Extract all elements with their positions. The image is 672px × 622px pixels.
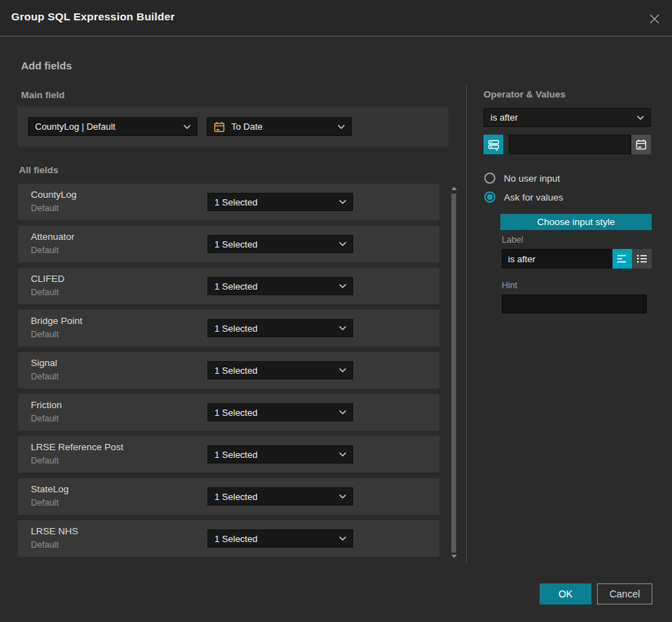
selected-count: 1 Selected — [214, 239, 335, 250]
field-subtype: Default — [31, 372, 59, 381]
hint-input[interactable] — [502, 295, 647, 313]
field-subtype: Default — [31, 330, 59, 339]
bullet-list-icon — [636, 254, 647, 264]
selected-count: 1 Selected — [214, 492, 335, 502]
date-value-input[interactable] — [509, 135, 631, 154]
field-name: LRSE Reference Post — [31, 442, 123, 452]
main-field-heading: Main field — [21, 90, 64, 100]
selected-count: 1 Selected — [214, 449, 335, 460]
add-fields-heading: Add fields — [21, 60, 72, 72]
main-field-select-value: CountyLog | Default — [35, 121, 179, 132]
field-name: CountyLog — [31, 189, 76, 200]
dialog-title: Group SQL Expression Builder — [11, 11, 175, 23]
unique-values-button[interactable] — [484, 135, 503, 154]
field-selected-dropdown[interactable]: 1 Selected — [207, 487, 353, 506]
align-left-icon — [617, 254, 628, 264]
chevron-down-icon — [637, 116, 644, 120]
field-row-clifed: CLIFED Default 1 Selected — [18, 268, 439, 304]
label-caption: Label — [502, 235, 523, 245]
field-selected-dropdown[interactable]: 1 Selected — [207, 403, 353, 421]
field-subtype: Default — [31, 414, 59, 424]
field-subtype: Default — [31, 288, 59, 297]
field-name: Friction — [31, 400, 62, 410]
field-name: Attenuator — [31, 231, 74, 242]
field-selected-dropdown[interactable]: 1 Selected — [207, 529, 353, 548]
field-selected-dropdown[interactable]: 1 Selected — [207, 235, 353, 253]
chevron-down-icon — [339, 242, 346, 246]
list-style-button[interactable] — [632, 249, 652, 269]
field-row-bridge-point: Bridge Point Default 1 Selected — [18, 310, 439, 346]
scrollbar-thumb[interactable] — [451, 194, 456, 553]
radio-off-icon — [484, 173, 495, 184]
panel-divider — [466, 86, 467, 562]
field-name: StateLog — [31, 484, 69, 494]
calendar-icon — [636, 139, 647, 150]
field-row-attenuator: Attenuator Default 1 Selected — [18, 226, 439, 262]
field-name: Signal — [31, 358, 57, 368]
field-row-lrse-reference-post: LRSE Reference Post Default 1 Selected — [18, 436, 439, 473]
scroll-down-icon[interactable] — [451, 555, 457, 558]
chevron-down-icon — [339, 368, 346, 372]
selected-count: 1 Selected — [214, 365, 335, 376]
chevron-down-icon — [339, 494, 346, 499]
radio-no-user-input[interactable]: No user input — [484, 173, 560, 184]
operator-values-heading: Operator & Values — [484, 89, 565, 100]
hint-caption: Hint — [502, 280, 517, 290]
radio-ask-for-values[interactable]: Ask for values — [484, 191, 563, 203]
selected-count: 1 Selected — [214, 323, 335, 334]
selected-count: 1 Selected — [214, 407, 335, 418]
chevron-down-icon — [338, 125, 345, 129]
selected-count: 1 Selected — [214, 281, 335, 292]
field-selected-dropdown[interactable]: 1 Selected — [207, 361, 353, 379]
date-picker-button[interactable] — [631, 135, 651, 154]
field-selected-dropdown[interactable]: 1 Selected — [207, 193, 353, 211]
operator-select-value: is after — [491, 112, 633, 123]
choose-input-style-button[interactable]: Choose input style — [500, 214, 652, 230]
chevron-down-icon — [339, 284, 346, 288]
field-subtype: Default — [31, 498, 59, 508]
label-input[interactable] — [502, 249, 612, 269]
ok-button[interactable]: OK — [540, 583, 591, 604]
chevron-down-icon — [339, 200, 346, 204]
group-sql-expression-builder-dialog: Group SQL Expression Builder Add fields … — [0, 0, 672, 622]
field-selected-dropdown[interactable]: 1 Selected — [207, 445, 353, 464]
field-row-lrse-nhs: LRSE NHS Default 1 Selected — [18, 520, 439, 557]
cancel-button[interactable]: Cancel — [597, 583, 652, 604]
stacked-values-icon — [488, 139, 500, 151]
field-subtype: Default — [31, 203, 59, 213]
field-subtype: Default — [31, 540, 59, 550]
radio-label: Ask for values — [504, 192, 563, 203]
main-field-select[interactable]: CountyLog | Default — [28, 117, 198, 136]
field-name: CLIFED — [31, 273, 64, 284]
close-icon[interactable] — [646, 11, 663, 27]
chevron-down-icon — [184, 125, 191, 129]
list-scrollbar[interactable] — [449, 184, 458, 561]
chevron-down-icon — [339, 410, 346, 414]
radio-label: No user input — [504, 173, 560, 184]
operator-select[interactable]: is after — [484, 108, 651, 127]
chevron-down-icon — [339, 326, 346, 330]
field-row-statelog: StateLog Default 1 Selected — [18, 478, 439, 515]
chevron-down-icon — [339, 536, 346, 541]
dialog-titlebar: Group SQL Expression Builder — [0, 0, 672, 36]
radio-on-icon — [484, 191, 495, 203]
field-row-friction: Friction Default 1 Selected — [18, 394, 439, 431]
field-row-signal: Signal Default 1 Selected — [18, 352, 439, 388]
field-subtype: Default — [31, 245, 59, 255]
scroll-up-icon[interactable] — [451, 187, 457, 190]
main-field-type-select[interactable]: To Date — [207, 117, 352, 136]
field-selected-dropdown[interactable]: 1 Selected — [207, 277, 353, 295]
all-fields-heading: All fields — [19, 165, 58, 175]
selected-count: 1 Selected — [214, 534, 335, 544]
all-fields-list: CountyLog Default 1 Selected Attenuator … — [18, 184, 439, 562]
field-subtype: Default — [31, 456, 59, 466]
field-selected-dropdown[interactable]: 1 Selected — [207, 319, 353, 337]
calendar-icon — [214, 121, 225, 133]
field-row-countylog: CountyLog Default 1 Selected — [18, 184, 439, 220]
main-field-panel: CountyLog | Default To Date — [18, 107, 448, 147]
selected-count: 1 Selected — [214, 197, 335, 208]
chevron-down-icon — [339, 452, 346, 457]
single-line-style-button[interactable] — [612, 249, 632, 269]
field-name: LRSE NHS — [31, 526, 78, 536]
field-name: Bridge Point — [31, 316, 83, 326]
